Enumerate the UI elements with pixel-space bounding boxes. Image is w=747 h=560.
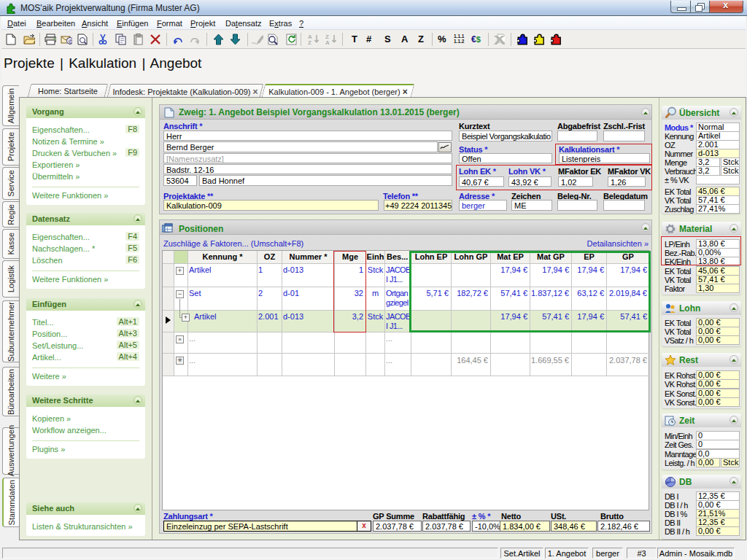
svg-text:@: @ bbox=[69, 38, 73, 44]
svg-text:Z: Z bbox=[308, 39, 311, 45]
svg-text:A: A bbox=[325, 39, 330, 45]
